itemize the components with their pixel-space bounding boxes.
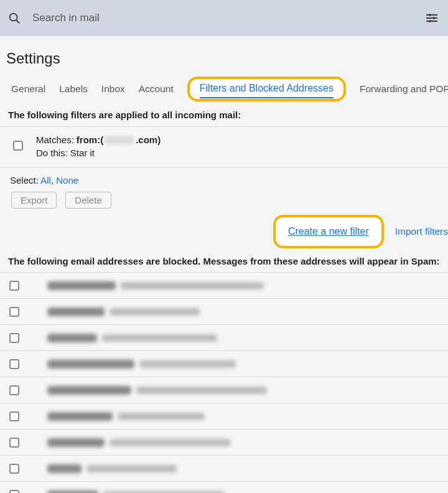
tab-accounts[interactable]: Account — [139, 80, 174, 98]
search-input[interactable] — [32, 12, 441, 24]
blocked-name-blur — [47, 438, 105, 447]
blocked-row — [0, 272, 448, 299]
blocked-email-blur — [110, 308, 200, 316]
blocked-list — [0, 272, 448, 493]
blocked-email-blur — [86, 465, 177, 472]
tab-general[interactable]: General — [11, 80, 45, 98]
filters-header: The following filters are applied to all… — [0, 98, 448, 126]
blocked-name-blur — [47, 386, 131, 395]
blocked-checkbox[interactable] — [9, 307, 19, 317]
settings-tabs: General Labels Inbox Account Filters and… — [0, 80, 448, 98]
blocked-checkbox[interactable] — [9, 411, 19, 421]
select-row: Select: All, None — [0, 167, 448, 189]
tune-icon[interactable] — [424, 11, 439, 26]
blocked-name-blur — [47, 412, 113, 421]
blocked-name-blur — [47, 334, 97, 342]
blocked-row — [0, 377, 448, 403]
blocked-name-blur — [47, 491, 98, 494]
filter-checkbox[interactable] — [13, 141, 23, 151]
search-bar[interactable] — [0, 0, 448, 36]
blocked-checkbox[interactable] — [9, 464, 19, 474]
tab-labels[interactable]: Labels — [59, 80, 88, 98]
blocked-checkbox[interactable] — [9, 333, 19, 343]
blocked-checkbox[interactable] — [9, 438, 19, 448]
blocked-email-blur — [102, 334, 217, 342]
select-all-link[interactable]: All — [40, 175, 51, 185]
blocked-checkbox[interactable] — [9, 385, 19, 395]
blocked-row — [0, 324, 448, 351]
blocked-row — [0, 481, 448, 493]
blocked-checkbox[interactable] — [9, 359, 19, 369]
tab-filters[interactable]: Filters and Blocked Addresses — [200, 79, 334, 98]
blocked-row — [0, 403, 448, 430]
blocked-email-blur — [136, 387, 267, 394]
blocked-email-blur — [139, 360, 236, 368]
blocked-name-blur — [47, 464, 82, 473]
tab-forwarding[interactable]: Forwarding and POP/IMAP — [360, 80, 448, 98]
blocked-row — [0, 298, 448, 325]
blocked-checkbox[interactable] — [9, 490, 19, 494]
blocked-name-blur — [47, 281, 116, 290]
blocked-name-blur — [47, 360, 134, 369]
svg-line-1 — [16, 20, 19, 23]
highlight-create-filter: Create a new filter — [273, 215, 384, 248]
filter-matches: Matches: from:(.com) — [36, 134, 161, 145]
highlight-filters-tab: Filters and Blocked Addresses — [187, 77, 346, 101]
blocked-row — [0, 429, 448, 456]
blocked-email-blur — [118, 413, 205, 420]
filter-action: Do this: Star it — [36, 148, 161, 158]
export-button[interactable]: Export — [11, 192, 57, 209]
svg-point-0 — [10, 14, 17, 21]
blocked-row — [0, 350, 448, 377]
blocked-header: The following email addresses are blocke… — [0, 248, 448, 273]
page-title: Settings — [0, 45, 448, 80]
blocked-row — [0, 455, 448, 482]
import-filters-link[interactable]: Import filters — [395, 226, 448, 237]
redacted-domain — [105, 136, 134, 144]
blocked-checkbox[interactable] — [9, 281, 19, 291]
select-none-link[interactable]: None — [56, 175, 78, 185]
blocked-email-blur — [110, 439, 231, 446]
search-icon — [7, 11, 21, 25]
filter-row: Matches: from:(.com) Do this: Star it — [0, 126, 448, 167]
create-filter-link[interactable]: Create a new filter — [288, 226, 369, 237]
blocked-email-blur — [103, 491, 225, 494]
delete-button[interactable]: Delete — [65, 192, 111, 209]
blocked-email-blur — [121, 282, 264, 289]
tab-inbox[interactable]: Inbox — [101, 80, 125, 98]
blocked-name-blur — [47, 308, 105, 316]
